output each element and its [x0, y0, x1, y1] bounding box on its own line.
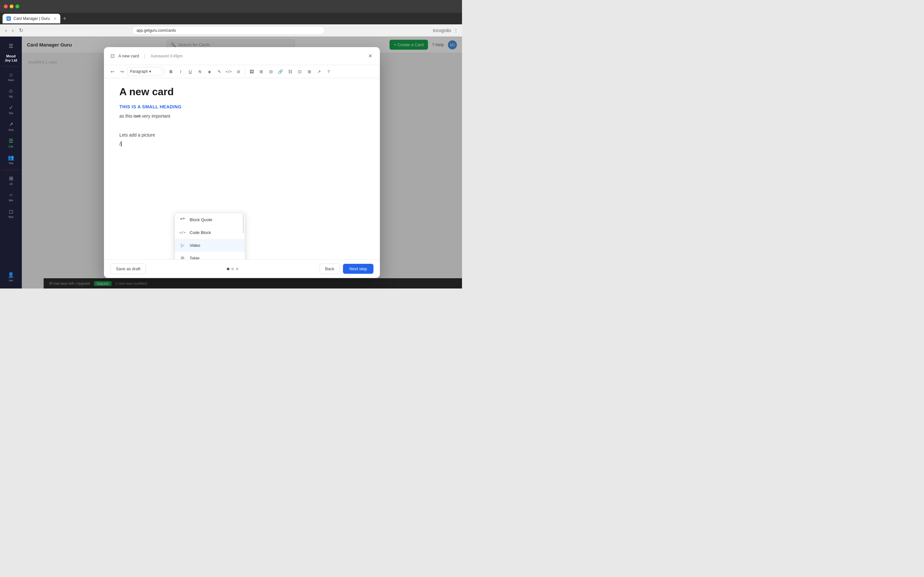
sidebar-item-label-my: My: [9, 95, 13, 98]
nav-forward-button[interactable]: ›: [11, 26, 15, 35]
table-button[interactable]: ⊟: [266, 67, 275, 76]
dropdown-item-video[interactable]: ▷ Video: [175, 239, 245, 251]
next-step-button[interactable]: Next step: [343, 264, 373, 274]
sidebar-item-all[interactable]: ⊞ All: [0, 173, 22, 188]
new-tab-button[interactable]: +: [61, 14, 68, 23]
dropdown-item-blockquote[interactable]: ❝❞ Block Quote: [175, 213, 245, 226]
link2-button[interactable]: ⛓: [286, 67, 294, 76]
redo-button[interactable]: ↪: [118, 67, 126, 76]
sidebar-menu-toggle[interactable]: ☰: [0, 40, 22, 52]
nav-refresh-button[interactable]: ↻: [18, 26, 24, 35]
sidebar-item-analytics[interactable]: ↗ Ana: [0, 119, 22, 134]
help-toolbar-button[interactable]: ?: [324, 67, 333, 76]
expand-button[interactable]: ⊞: [305, 67, 314, 76]
paragraph-dropdown-arrow: ▾: [149, 69, 151, 74]
sidebar-item-label-tasks: Tas: [9, 111, 13, 115]
my-icon: ☺: [8, 88, 13, 94]
sidebar-item-tem[interactable]: ◻ Tem: [0, 206, 22, 221]
all-icon: ⊞: [9, 175, 13, 181]
italic-button[interactable]: I: [176, 67, 185, 76]
cursor: [121, 141, 121, 147]
invite-icon: 👤: [8, 272, 14, 278]
sidebar-item-label-we: We: [9, 199, 13, 202]
sidebar-item-my[interactable]: ☺ My: [0, 85, 22, 101]
sidebar-item-label-invite: Inv: [9, 279, 13, 282]
paragraph-style-select[interactable]: Paragraph ▾: [127, 67, 162, 76]
underline-button[interactable]: U: [186, 67, 195, 76]
sidebar-item-teams[interactable]: 👥 Tea: [0, 152, 22, 167]
back-button[interactable]: Back: [320, 263, 340, 274]
save-as-draft-button[interactable]: Save as draft: [110, 263, 146, 274]
modal-footer: Save as draft Back Next step: [104, 259, 380, 278]
slash-command-char: /: [120, 141, 121, 147]
sidebar-company-name: MoodJoy Ltd: [3, 53, 18, 64]
modal-header: ⊡ A new card | Autosaved 3:49pm ×: [104, 47, 380, 65]
sidebar-item-we[interactable]: ○ We: [0, 189, 22, 205]
codeblock-icon: </>: [179, 229, 186, 235]
browser-tab-bar: G Card Manager | Guru × +: [0, 13, 462, 24]
video-icon: ▷: [179, 242, 186, 248]
blockquote-icon: ❝❞: [179, 216, 186, 223]
nav-more-button[interactable]: ⋮: [454, 28, 458, 33]
teams-icon: 👥: [8, 155, 14, 161]
close-traffic-light[interactable]: [4, 5, 8, 8]
embed-button[interactable]: ⊞: [257, 67, 266, 76]
card-paragraph-text: as this isnt very important: [120, 113, 365, 119]
tab-title: Card Manager | Guru: [13, 16, 50, 21]
analytics-icon: ↗: [9, 121, 13, 127]
image-button[interactable]: 🖼: [247, 67, 256, 76]
address-bar[interactable]: app.getguru.com/cards: [132, 26, 325, 35]
nav-back-button[interactable]: ‹: [4, 26, 8, 35]
sidebar: ☰ MoodJoy Ltd ⌂ Hom ☺ My ✓ Tas ↗ Ana ☰ C…: [0, 37, 22, 288]
nav-icons: Incognito ⋮: [433, 28, 458, 33]
paragraph-label: Paragraph: [130, 69, 148, 74]
card-title-text: A new card: [120, 86, 365, 98]
editor-cursor-line: /: [120, 141, 365, 147]
app-container: ☰ MoodJoy Ltd ⌂ Hom ☺ My ✓ Tas ↗ Ana ☰ C…: [0, 37, 462, 288]
dropdown-item-codeblock[interactable]: </> Code Block: [175, 226, 245, 239]
bold-button[interactable]: B: [166, 67, 176, 76]
tab-favicon: G: [6, 16, 11, 21]
card-editor-modal: ⊡ A new card | Autosaved 3:49pm × ↩ ↪ Pa…: [104, 47, 380, 278]
modal-close-button[interactable]: ×: [367, 51, 373, 61]
autosave-status: Autosaved 3:49pm: [150, 54, 183, 58]
cards-icon: ☰: [9, 138, 13, 144]
export-button[interactable]: ↗: [314, 67, 323, 76]
incognito-label: Incognito: [433, 28, 451, 33]
pagination-dot-3: [236, 268, 238, 270]
strikethrough-button[interactable]: S: [195, 67, 204, 76]
main-content: Card Manager Guru 🔍 Search for Cards + C…: [22, 37, 462, 288]
tab-close-button[interactable]: ×: [54, 16, 57, 21]
sidebar-item-label-teams: Tea: [9, 161, 13, 165]
editor-content[interactable]: A new card THIS IS A SMALL HEADING as th…: [104, 78, 380, 259]
sidebar-item-home[interactable]: ⌂ Hom: [0, 69, 22, 84]
card-subtext: Lets add a picture: [120, 132, 365, 137]
callout-button[interactable]: ⊡: [295, 67, 304, 76]
sidebar-divider-mid: [2, 170, 19, 170]
browser-tab[interactable]: G Card Manager | Guru ×: [3, 14, 60, 23]
sidebar-item-invite[interactable]: 👤 Inv: [0, 269, 22, 285]
highlight-button[interactable]: ◈: [205, 67, 214, 76]
inline-code-button[interactable]: </>: [224, 67, 233, 76]
maximize-traffic-light[interactable]: [15, 5, 19, 8]
slash-command-dropdown: ❝❞ Block Quote </> Code Block ▷ Video: [174, 213, 245, 259]
sidebar-item-label-analytics: Ana: [8, 128, 13, 131]
link-button[interactable]: 🔗: [276, 67, 285, 76]
clear-format-button[interactable]: ⊘: [234, 67, 243, 76]
sidebar-item-label-home: Hom: [8, 79, 14, 82]
strikethrough-text: isnt: [134, 113, 141, 119]
modal-card-title: A new card: [118, 53, 139, 58]
sidebar-item-tasks[interactable]: ✓ Tas: [0, 102, 22, 117]
dropdown-item-blockquote-label: Block Quote: [190, 218, 212, 222]
dropdown-item-table[interactable]: ⊞ Table: [175, 251, 245, 259]
footer-actions: Back Next step: [320, 263, 373, 274]
pagination-dot-1: [227, 268, 229, 270]
pen-button[interactable]: ✎: [215, 67, 224, 76]
toolbar-separator-1: [164, 68, 165, 75]
undo-button[interactable]: ↩: [108, 67, 117, 76]
card-icon: ⊡: [110, 53, 115, 59]
address-url: app.getguru.com/cards: [136, 28, 176, 33]
minimize-traffic-light[interactable]: [10, 5, 13, 8]
sidebar-item-cards[interactable]: ☰ Car: [0, 135, 22, 151]
traffic-lights: [4, 5, 19, 8]
